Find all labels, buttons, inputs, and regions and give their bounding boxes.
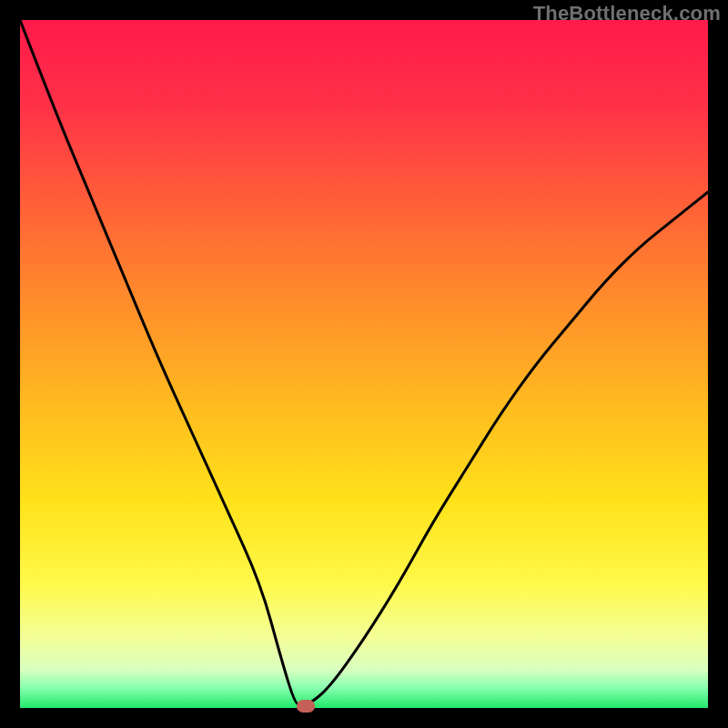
plot-frame (20, 20, 708, 708)
plot-svg (20, 20, 708, 708)
gradient-background (20, 20, 708, 708)
watermark-text: TheBottleneck.com (533, 2, 721, 25)
optimum-marker (297, 700, 315, 713)
